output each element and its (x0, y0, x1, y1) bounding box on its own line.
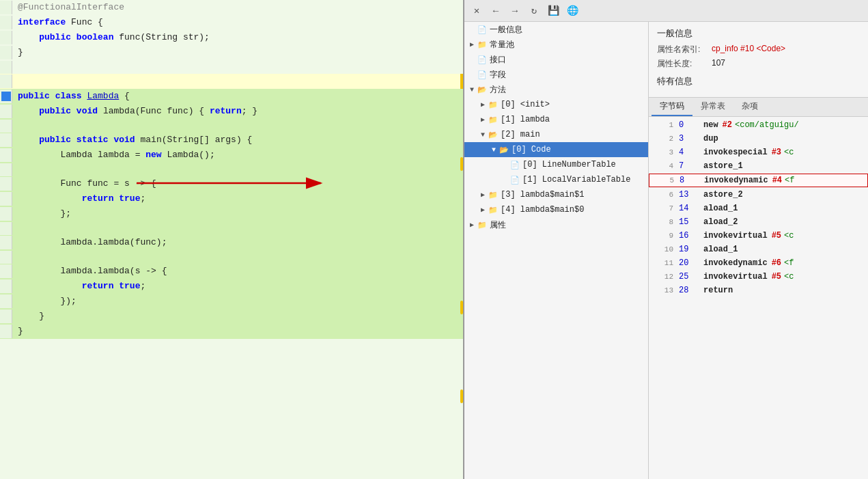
code-line: Lambda lambda = new Lambda(); (0, 148, 463, 163)
tree-item-local-var[interactable]: 📄 [1] LocalVariableTable (464, 172, 648, 187)
tree-label: 常量池 (490, 39, 514, 51)
line-gutter (0, 163, 12, 177)
folder-icon: 📁 (477, 40, 488, 49)
line-content: } (12, 310, 463, 323)
save-button[interactable]: 💾 (546, 4, 560, 18)
code-line: public class Lambda { (0, 89, 463, 104)
bc-instr: invokedynamic (704, 176, 768, 185)
tree-arrow: ▶ (478, 191, 488, 199)
tree-item-properties[interactable]: ▶ 📁 属性 (464, 217, 648, 232)
tree-label: [0] Code (512, 145, 551, 154)
tree-arrow: ▼ (489, 146, 499, 154)
globe-button[interactable]: 🌐 (565, 4, 579, 18)
line-gutter (0, 325, 12, 338)
tree-item-const-pool[interactable]: ▶ 📁 常量池 (464, 37, 648, 52)
info-row-attr-length: 属性长度: 107 (657, 58, 860, 70)
tree-arrow: ▶ (478, 115, 488, 124)
bc-instr: return (703, 286, 733, 295)
bc-num: 1 (654, 121, 673, 129)
bc-comment: <c (784, 272, 794, 282)
bc-num: 6 (654, 191, 673, 199)
bytecode-row: 4 7 astore_1 (649, 159, 868, 173)
bc-num: 12 (654, 273, 673, 281)
tree-item-init[interactable]: ▶ 📁 [0] <init> (464, 97, 648, 112)
scroll-indicator (460, 389, 463, 403)
bc-instr: aload_2 (703, 217, 738, 227)
tree-item-code[interactable]: ▼ 📂 [0] Code (464, 142, 648, 157)
file-icon: 📄 (509, 160, 520, 169)
tree-item-fields[interactable]: 📄 字段 (464, 67, 648, 82)
line-gutter (0, 46, 12, 59)
bc-num: 3 (654, 148, 673, 156)
tree-item-interface[interactable]: 📄 接口 (464, 52, 648, 67)
info-top: 一般信息 属性名索引: cp_info #10 <Code> 属性长度: 107… (649, 22, 868, 98)
line-content: public void lambda(Func func) { return; … (12, 105, 463, 118)
line-content: }; (12, 207, 463, 221)
bc-num: 7 (654, 204, 673, 213)
folder-icon: 📁 (488, 205, 499, 215)
code-line: }); (0, 294, 463, 309)
info-panel: 一般信息 属性名索引: cp_info #10 <Code> 属性长度: 107… (649, 22, 868, 479)
line-gutter (0, 120, 12, 133)
tree-label: [2] main (501, 130, 540, 139)
line-content: }); (12, 295, 463, 308)
folder-icon: 📁 (488, 190, 499, 200)
bc-num: 2 (654, 135, 673, 143)
line-gutter (0, 236, 12, 249)
line-content: public boolean func(String str); (12, 31, 463, 44)
tree-arrow: ▼ (467, 86, 477, 94)
line-content: public static void main(String[] args) { (12, 133, 463, 147)
bytecode-row: 2 3 dup (649, 132, 868, 146)
line-content: lambda.lambda(s -> { (12, 264, 463, 278)
right-panel: ✕ ← → ↻ 💾 🌐 📄 一般信息 ▶ 📁 常量池 (464, 0, 868, 479)
bc-offset: 14 (679, 204, 698, 213)
close-button[interactable]: ✕ (470, 4, 484, 18)
tree-item-line-number[interactable]: 📄 [0] LineNumberTable (464, 157, 648, 172)
back-button[interactable]: ← (489, 4, 503, 18)
tree-item-lambda-main0[interactable]: ▶ 📁 [4] lambda$main$0 (464, 202, 648, 217)
bytecode-row: 7 14 aload_1 (649, 202, 868, 215)
attr-name-code: <Code> (756, 44, 785, 53)
bc-comment: <c (784, 231, 794, 241)
tree-label: 一般信息 (490, 24, 522, 36)
tab-misc[interactable]: 杂项 (733, 98, 766, 116)
tree-item-lambda-main1[interactable]: ▶ 📁 [3] lambda$main$1 (464, 187, 648, 202)
bc-comment: <f (784, 258, 794, 268)
bc-offset: 15 (679, 217, 698, 227)
tree-item-main[interactable]: ▼ 📂 [2] main (464, 127, 648, 142)
bc-num: 9 (654, 232, 673, 240)
tab-bytecode[interactable]: 字节码 (652, 98, 692, 116)
attr-name-ref: cp_info #10 (712, 44, 754, 53)
forward-button[interactable]: → (508, 4, 522, 18)
tree-label: [0] <init> (501, 100, 550, 109)
bc-arg: #4 (772, 176, 782, 185)
attr-length-label: 属性长度: (657, 58, 712, 70)
code-line (0, 60, 463, 74)
line-gutter (0, 310, 12, 323)
code-line: public void lambda(Func func) { return; … (0, 104, 463, 119)
tree-item-general-info[interactable]: 📄 一般信息 (464, 22, 648, 37)
tree-item-methods[interactable]: ▼ 📂 方法 (464, 82, 648, 97)
refresh-button[interactable]: ↻ (527, 4, 541, 18)
code-line-highlighted (0, 74, 463, 89)
file-icon: 📄 (477, 70, 488, 79)
bc-offset: 20 (679, 258, 698, 268)
code-line: }; (0, 206, 463, 221)
tab-exceptions[interactable]: 异常表 (692, 98, 733, 116)
line-gutter (0, 90, 12, 103)
tree-label: [1] lambda (501, 115, 550, 124)
code-line: @FunctionalInterface (0, 0, 463, 15)
tree-label: [4] lambda$main$0 (501, 205, 584, 215)
bc-instr: invokedynamic (703, 258, 768, 268)
code-line: Func func = s -> { (0, 176, 463, 191)
folder-icon: 📁 (488, 115, 499, 124)
tree-label: [0] LineNumberTable (522, 160, 616, 169)
info-section-title: 一般信息 (657, 27, 860, 40)
code-line (0, 119, 463, 133)
code-line: } (0, 45, 463, 60)
line-content: } (12, 46, 463, 59)
tree-item-lambda-method[interactable]: ▶ 📁 [1] lambda (464, 112, 648, 127)
line-content: } (12, 325, 463, 338)
code-line (0, 163, 463, 176)
special-info-title: 特有信息 (657, 75, 860, 87)
